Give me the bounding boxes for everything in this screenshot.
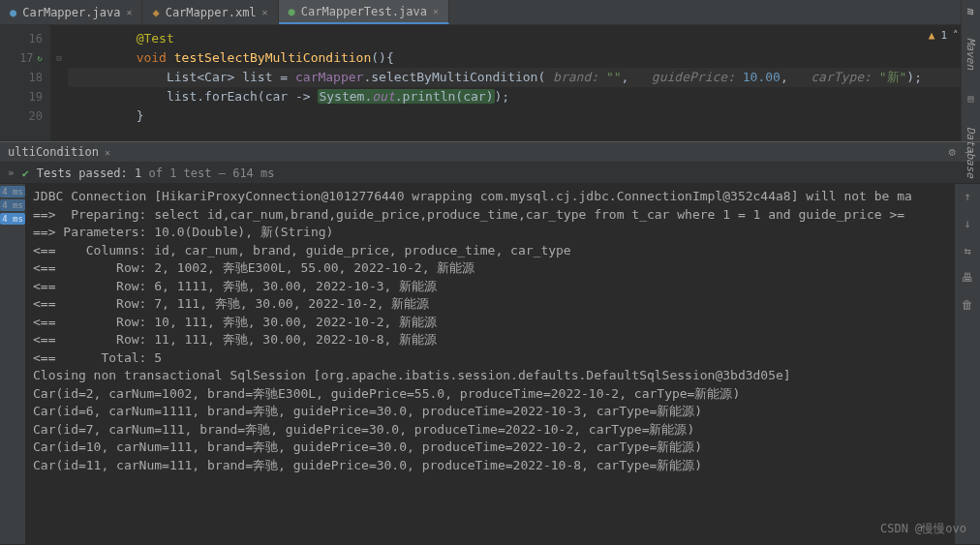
- method-name: testSelectByMultiCondition: [174, 50, 372, 65]
- timing-pill: 4 ms: [0, 199, 25, 211]
- scroll-down-icon[interactable]: ↓: [964, 217, 970, 230]
- test-class-icon: ●: [289, 5, 295, 18]
- gear-icon[interactable]: ⚙: [949, 145, 956, 159]
- tab-carmapper-java[interactable]: ● CarMapper.java ✕: [0, 0, 142, 24]
- class-icon: ●: [10, 6, 16, 19]
- chevron-up-icon[interactable]: ˄: [953, 29, 959, 42]
- timing-pill: 4 ms: [0, 213, 25, 225]
- timing-pill: 4 ms: [0, 186, 25, 197]
- check-icon: ✔: [22, 167, 29, 180]
- console-output[interactable]: JDBC Connection [HikariProxyConnection@1…: [25, 184, 955, 544]
- database-tool-label[interactable]: Database: [965, 127, 977, 178]
- warning-count: 1: [940, 29, 947, 42]
- line-number: 16: [29, 29, 43, 48]
- database-tool-icon[interactable]: ▤: [967, 93, 973, 104]
- tests-suffix: of 1 test – 614 ms: [141, 167, 274, 180]
- keyword: void: [137, 50, 167, 65]
- tab-label: CarMapper.java: [22, 6, 120, 19]
- tab-label: CarMapperTest.java: [301, 5, 427, 18]
- watermark: CSDN @慢慢ovo: [880, 521, 966, 537]
- clear-icon[interactable]: 🗑: [962, 298, 973, 312]
- tests-status-bar: » ✔ Tests passed: 1 of 1 test – 614 ms: [0, 163, 980, 184]
- tab-label: CarMapper.xml: [166, 6, 257, 19]
- tab-carmapper-xml[interactable]: ◆ CarMapper.xml ✕: [142, 0, 278, 24]
- maven-tool-label[interactable]: Maven: [965, 38, 977, 70]
- close-icon[interactable]: ✕: [433, 6, 439, 16]
- tests-label: Tests passed:: [37, 167, 135, 180]
- editor-tabs-bar: ● CarMapper.java ✕ ◆ CarMapper.xml ✕ ● C…: [0, 0, 980, 25]
- annotation: @Test: [137, 31, 174, 45]
- code-area[interactable]: @Test void testSelectByMultiCondition(){…: [68, 25, 980, 141]
- right-tool-strip: m Maven ▤ Database: [961, 0, 980, 141]
- close-icon[interactable]: ✕: [262, 7, 268, 17]
- line-number: 17: [19, 48, 33, 68]
- run-test-icon[interactable]: ↻: [38, 48, 43, 68]
- soft-wrap-icon[interactable]: ⇆: [964, 244, 970, 257]
- tool-tab-title[interactable]: ultiCondition: [8, 145, 99, 159]
- console-wrap: 4 ms 4 ms 4 ms JDBC Connection [HikariPr…: [0, 184, 980, 544]
- fold-icon[interactable]: ⊟: [50, 48, 68, 68]
- close-icon[interactable]: ✕: [126, 7, 132, 17]
- warning-icon: ▲: [929, 29, 935, 42]
- tab-carmappertest-java[interactable]: ● CarMapperTest.java ✕: [279, 0, 449, 24]
- editor-area[interactable]: 16 17↻ 18 19 20 ⊟ @Test void testSelectB…: [0, 25, 980, 141]
- close-icon[interactable]: ✕: [105, 147, 110, 158]
- gutter: 16 17↻ 18 19 20: [0, 25, 50, 141]
- line-number: 20: [29, 106, 43, 126]
- scroll-up-icon[interactable]: ↑: [964, 190, 970, 203]
- maven-tool-icon[interactable]: m: [965, 8, 977, 15]
- print-icon[interactable]: 🖶: [962, 271, 973, 285]
- line-number: 19: [29, 87, 43, 106]
- chevron-right-icon[interactable]: »: [8, 167, 15, 179]
- console-toolbar: ↑ ↓ ⇆ 🖶 🗑: [955, 184, 980, 544]
- tool-window-tab-bar: ultiCondition ✕ ⚙ —: [0, 141, 980, 163]
- line-number: 18: [29, 68, 43, 87]
- fold-column: ⊟: [50, 25, 68, 141]
- xml-icon: ◆: [152, 6, 159, 19]
- timing-column: 4 ms 4 ms 4 ms: [0, 184, 25, 544]
